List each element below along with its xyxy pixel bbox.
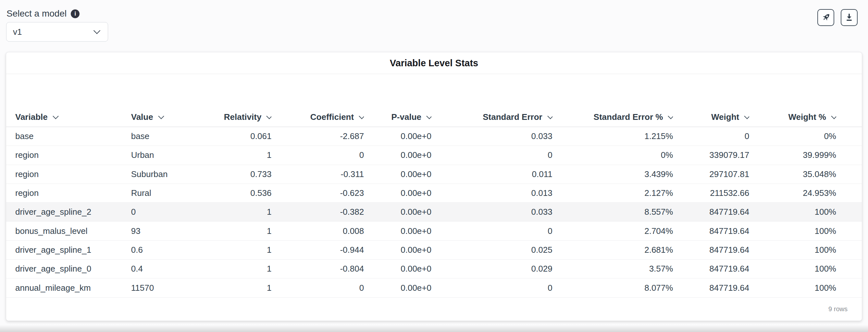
cell-coefficient: 0 — [271, 283, 364, 293]
rocket-button[interactable] — [817, 9, 834, 26]
cell-value: Suburban — [131, 169, 212, 179]
table-row[interactable]: driver_age_spline_00.41-0.8040.00e+00.02… — [6, 260, 862, 278]
cell-standard-error-pct: 0% — [553, 150, 673, 160]
column-header-p-value[interactable]: P-value — [364, 112, 431, 122]
table-row[interactable]: regionUrban100.00e+000%339079.1739.999% — [6, 146, 862, 165]
cell-weight: 847719.64 — [673, 264, 749, 274]
cell-standard-error: 0.033 — [431, 131, 553, 141]
cell-standard-error: 0.033 — [431, 207, 553, 217]
rocket-icon — [820, 12, 831, 23]
column-header-relativity[interactable]: Relativity — [212, 112, 272, 122]
model-dropdown-value: v1 — [13, 27, 22, 37]
cell-standard-error-pct: 2.704% — [553, 226, 673, 236]
select-model-label-row: Select a model i — [6, 8, 80, 19]
cell-weight: 847719.64 — [673, 283, 749, 293]
chevron-down-icon — [93, 27, 100, 34]
cell-standard-error: 0.011 — [431, 169, 553, 179]
cell-standard-error-pct: 8.077% — [553, 283, 673, 293]
cell-weight: 0 — [673, 131, 749, 141]
table-row[interactable]: driver_age_spline_10.61-0.9440.00e+00.02… — [6, 241, 862, 260]
cell-standard-error: 0.029 — [431, 264, 553, 274]
cell-variable: region — [15, 150, 131, 160]
info-icon[interactable]: i — [71, 9, 80, 18]
cell-relativity: 1 — [212, 283, 272, 293]
cell-p-value: 0.00e+0 — [364, 245, 431, 255]
column-header-variable[interactable]: Variable — [15, 112, 131, 122]
toolbar-actions — [817, 9, 858, 26]
table-header-row: VariableValueRelativityCoefficientP-valu… — [6, 108, 862, 127]
column-header-coefficient[interactable]: Coefficient — [271, 112, 364, 122]
model-dropdown[interactable]: v1 — [6, 22, 108, 41]
cell-coefficient: 0 — [271, 150, 364, 160]
column-header-weight-pct[interactable]: Weight % — [749, 112, 836, 122]
cell-relativity: 0.536 — [212, 188, 272, 198]
cell-weight-pct: 100% — [749, 226, 836, 236]
table-row[interactable]: regionRural0.536-0.6230.00e+00.0132.127%… — [6, 184, 862, 203]
column-header-label: Value — [131, 112, 153, 122]
cell-p-value: 0.00e+0 — [364, 207, 431, 217]
chevron-down-icon — [53, 113, 58, 119]
cell-standard-error: 0 — [431, 150, 553, 160]
cell-weight-pct: 35.048% — [749, 169, 836, 179]
cell-value: base — [131, 131, 212, 141]
cell-variable: bonus_malus_level — [15, 226, 131, 236]
table-title: Variable Level Stats — [6, 52, 862, 74]
cell-coefficient: -0.311 — [271, 169, 364, 179]
table-row[interactable]: driver_age_spline_201-0.3820.00e+00.0338… — [6, 203, 862, 221]
cell-p-value: 0.00e+0 — [364, 188, 431, 198]
column-header-label: Standard Error — [483, 112, 542, 122]
cell-variable: annual_mileage_km — [15, 283, 131, 293]
table-row[interactable]: regionSuburban0.733-0.3110.00e+00.0113.4… — [6, 165, 862, 184]
cell-variable: driver_age_spline_1 — [15, 245, 131, 255]
column-header-standard-error[interactable]: Standard Error — [431, 112, 553, 122]
cell-variable: base — [15, 131, 131, 141]
cell-coefficient: -0.382 — [271, 207, 364, 217]
cell-weight-pct: 24.953% — [749, 188, 836, 198]
cell-weight: 847719.64 — [673, 207, 749, 217]
cell-variable: region — [15, 188, 131, 198]
download-button[interactable] — [841, 9, 858, 26]
cell-weight-pct: 100% — [749, 283, 836, 293]
cell-value: 11570 — [131, 283, 212, 293]
column-header-label: Weight — [711, 112, 739, 122]
chevron-down-icon — [547, 113, 553, 119]
cell-p-value: 0.00e+0 — [364, 264, 431, 274]
chevron-down-icon — [426, 113, 431, 119]
cell-weight-pct: 100% — [749, 207, 836, 217]
table-row[interactable]: basebase0.061-2.6870.00e+00.0331.215%00% — [6, 127, 862, 146]
cell-p-value: 0.00e+0 — [364, 283, 431, 293]
cell-weight: 339079.17 — [673, 150, 749, 160]
cell-weight-pct: 100% — [749, 264, 836, 274]
column-header-label: Standard Error % — [594, 112, 663, 122]
chevron-down-icon — [158, 113, 164, 119]
chevron-down-icon — [267, 113, 272, 119]
cell-p-value: 0.00e+0 — [364, 169, 431, 179]
cell-coefficient: -0.944 — [271, 245, 364, 255]
variable-level-stats-card: Variable Level Stats VariableValueRelati… — [6, 52, 862, 321]
cell-variable: driver_age_spline_0 — [15, 264, 131, 274]
cell-weight-pct: 100% — [749, 245, 836, 255]
cell-value: 93 — [131, 226, 212, 236]
cell-weight: 297107.81 — [673, 169, 749, 179]
column-header-weight[interactable]: Weight — [673, 112, 749, 122]
cell-standard-error-pct: 1.215% — [553, 131, 673, 141]
column-header-standard-error-pct[interactable]: Standard Error % — [553, 112, 673, 122]
cell-weight-pct: 39.999% — [749, 150, 836, 160]
cell-relativity: 1 — [212, 207, 272, 217]
select-model-label: Select a model — [6, 8, 66, 19]
table-body: basebase0.061-2.6870.00e+00.0331.215%00%… — [6, 127, 862, 298]
column-header-value[interactable]: Value — [131, 112, 212, 122]
cell-standard-error: 0.013 — [431, 188, 553, 198]
cell-standard-error: 0 — [431, 283, 553, 293]
column-header-label: Relativity — [224, 112, 261, 122]
cell-relativity: 1 — [212, 150, 272, 160]
cell-variable: driver_age_spline_2 — [15, 207, 131, 217]
cell-value: 0 — [131, 207, 212, 217]
cell-coefficient: 0.008 — [271, 226, 364, 236]
table-row[interactable]: bonus_malus_level9310.0080.00e+002.704%8… — [6, 221, 862, 240]
cell-coefficient: -2.687 — [271, 131, 364, 141]
cell-value: 0.4 — [131, 264, 212, 274]
cell-standard-error-pct: 8.557% — [553, 207, 673, 217]
table-row[interactable]: annual_mileage_km11570100.00e+008.077%84… — [6, 278, 862, 297]
cell-weight-pct: 0% — [749, 131, 836, 141]
